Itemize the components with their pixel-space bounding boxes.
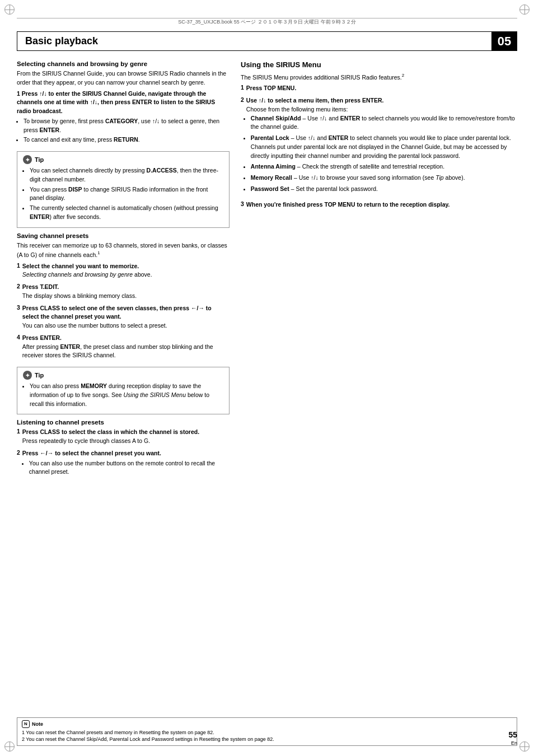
list-item: You can select channels directly by pres… <box>30 166 223 184</box>
section3-title: Listening to channel presets <box>17 419 229 426</box>
note-label: Note <box>32 721 43 728</box>
note1: 1 You can reset the Channel presets and … <box>22 729 512 736</box>
menu-item-parental-lock: Parental Lock – Use ↑/↓ and ENTER to sel… <box>251 134 517 160</box>
tip1-bullets: You can select channels directly by pres… <box>30 166 223 222</box>
right-intro: The SIRIUS Menu provides additional SIRI… <box>241 72 517 82</box>
right-step1: 1 Press TOP MENU. <box>241 84 517 93</box>
list-item: You can also press MEMORY during recepti… <box>30 382 223 408</box>
corner-mark-br <box>519 741 530 752</box>
page-number: 55 <box>508 730 517 739</box>
footer-area: N Note 1 You can reset the Channel prese… <box>17 717 517 746</box>
right-section-title: Using the SIRIUS Menu <box>241 60 517 69</box>
menu-item-password-set: Password Set – Set the parental lock pas… <box>251 185 517 194</box>
title-section: Basic playback 05 <box>17 31 517 51</box>
list-item: You can also use the number buttons on t… <box>29 459 229 477</box>
note-box: N Note 1 You can reset the Channel prese… <box>17 717 517 746</box>
chapter-badge: 05 <box>491 31 517 51</box>
list-item: The currently selected channel is automa… <box>30 204 223 222</box>
corner-mark-tr <box>519 4 530 15</box>
list-item: To browse by genre, first press CATEGORY… <box>24 117 229 135</box>
list-item: You can press DISP to change SIRIUS Radi… <box>30 185 223 203</box>
page-number-area: 55 En <box>508 730 517 746</box>
tip2-header: ✦ Tip <box>23 371 223 380</box>
menu-item-memory-recall: Memory Recall – Use ↑/↓ to browse your s… <box>251 174 517 183</box>
menu-items-list: Channel Skip/Add – Use ↑/↓ and ENTER to … <box>251 114 517 194</box>
tip-box-2: ✦ Tip You can also press MEMORY during r… <box>17 367 229 414</box>
tip2-label: Tip <box>35 372 44 379</box>
section2-step4: 4 Press ENTER. After pressing ENTER, the… <box>17 334 229 360</box>
note-icon: N <box>22 720 30 728</box>
section2-title: Saving channel presets <box>17 232 229 239</box>
note-header: N Note <box>22 720 512 728</box>
right-column: Using the SIRIUS Menu The SIRIUS Menu pr… <box>241 60 517 728</box>
corner-mark-bl <box>4 741 15 752</box>
right-step3: 3 When you're finished press TOP MENU to… <box>241 200 517 209</box>
note2: 2 You can reset the Channel Skip/Add, Pa… <box>22 736 512 743</box>
file-info-bar: SC-37_35_UXJCB.book 55 ページ ２０１０年３月９日 火曜日… <box>17 18 517 26</box>
left-column: Selecting channels and browsing by genre… <box>17 60 229 728</box>
page-lang: En <box>511 740 517 746</box>
section1-title: Selecting channels and browsing by genre <box>17 60 229 67</box>
section-saving-presets: Saving channel presets This receiver can… <box>17 232 229 361</box>
menu-item-antenna-aiming: Antenna Aiming – Check the strength of s… <box>251 162 517 171</box>
section3-step2-bullets: You can also use the number buttons on t… <box>29 459 229 477</box>
corner-mark-tl <box>4 4 15 15</box>
section2-step1: 1 Select the channel you want to memoriz… <box>17 262 229 280</box>
tip1-header: ✦ Tip <box>23 155 223 164</box>
page-title: Basic playback <box>25 35 98 47</box>
section2-step2: 2 Press T.EDIT. The display shows a blin… <box>17 283 229 301</box>
section2-intro: This receiver can memorize up to 63 chan… <box>17 241 229 260</box>
tip2-bullets: You can also press MEMORY during recepti… <box>30 382 223 408</box>
section3-step1: 1 Press CLASS to select the class in whi… <box>17 428 229 446</box>
right-step2: 2 Use ↑/↓ to select a menu item, then pr… <box>241 96 517 197</box>
section3-step2: 2 Press ←/→ to select the channel preset… <box>17 449 229 479</box>
tip-icon-1: ✦ <box>23 155 32 164</box>
tip1-label: Tip <box>35 156 44 163</box>
tip-icon-2: ✦ <box>23 371 32 380</box>
section1-bullets: To browse by genre, first press CATEGORY… <box>24 117 229 144</box>
section-selecting-channels: Selecting channels and browsing by genre… <box>17 60 229 144</box>
main-content: Selecting channels and browsing by genre… <box>17 60 517 728</box>
section1-intro: From the SIRIUS Channel Guide, you can b… <box>17 69 229 87</box>
list-item: To cancel and exit any time, press RETUR… <box>24 136 229 144</box>
section2-step1-body: Selecting channels and browsing by genre… <box>22 271 152 278</box>
section2-step3: 3 Press CLASS to select one of the seven… <box>17 304 229 330</box>
section-listening-presets: Listening to channel presets 1 Press CLA… <box>17 419 229 479</box>
file-info-text: SC-37_35_UXJCB.book 55 ページ ２０１０年３月９日 火曜日… <box>178 18 356 26</box>
menu-item-channel-skip: Channel Skip/Add – Use ↑/↓ and ENTER to … <box>251 114 517 132</box>
tip-box-1: ✦ Tip You can select channels directly b… <box>17 151 229 228</box>
section1-step1-bold: 1 Press ↑/↓ to enter the SIRIUS Channel … <box>17 90 229 116</box>
